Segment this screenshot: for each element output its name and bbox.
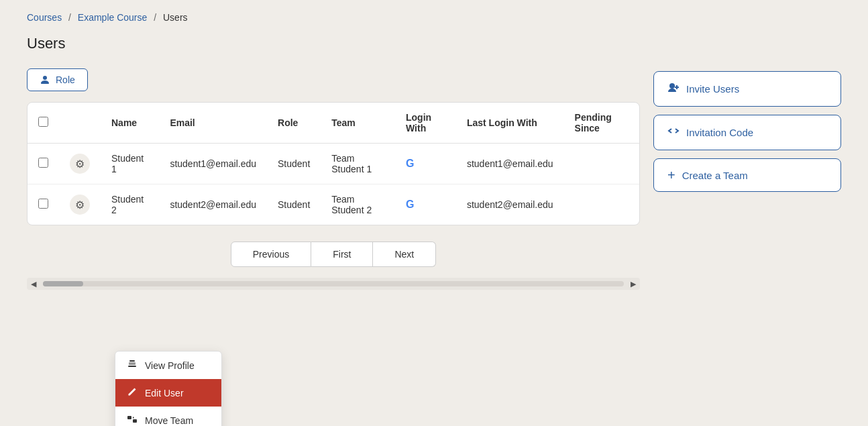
context-menu: View Profile Edit User [115, 351, 222, 426]
row1-checkbox[interactable] [38, 158, 48, 168]
row1-last-login: student1@email.edu [456, 144, 564, 184]
table-row: ⚙ Student 1 student1@email.edu Student T… [28, 144, 639, 184]
table-row: ⚙ Student 2 student2@email.edu Student T… [28, 184, 639, 225]
users-table: Name Email Role Team Login With Last Log… [28, 103, 639, 225]
next-button[interactable]: Next [373, 242, 436, 267]
pagination: Previous First Next [27, 242, 640, 267]
row2-team: Team Student 2 [321, 184, 395, 225]
row2-name: Student 2 [101, 184, 159, 225]
menu-item-move-team[interactable]: Move Team [115, 407, 221, 426]
svg-rect-4 [133, 419, 137, 423]
breadcrumb-sep2: / [154, 12, 156, 23]
move-team-icon [126, 414, 138, 426]
scrollbar-thumb[interactable] [43, 281, 83, 286]
left-panel: Role Name Email Role Team Login With [27, 68, 640, 290]
col-email: Email [159, 103, 267, 144]
row2-gear-button[interactable]: ⚙ [70, 195, 90, 215]
svg-rect-0 [128, 366, 136, 367]
col-role: Role [267, 103, 321, 144]
google-icon-row2: G [406, 199, 414, 210]
svg-point-5 [669, 83, 675, 89]
row1-team: Team Student 1 [321, 144, 395, 184]
row1-gear-cell: ⚙ [59, 144, 101, 184]
invite-users-label: Invite Users [686, 83, 739, 95]
menu-item-view-profile-label: View Profile [145, 360, 195, 371]
create-team-icon: + [667, 168, 675, 182]
row1-role: Student [267, 144, 321, 184]
role-filter-button[interactable]: Role [27, 68, 88, 91]
row2-email: student2@email.edu [159, 184, 267, 225]
row1-pending [564, 144, 639, 184]
col-name: Name [101, 103, 159, 144]
filter-bar: Role [27, 68, 640, 91]
role-filter-label: Role [56, 74, 75, 85]
col-last-login: Last Login With [456, 103, 564, 144]
breadcrumb-sep1: / [68, 12, 71, 23]
google-icon-row1: G [406, 158, 414, 169]
svg-rect-1 [129, 360, 135, 362]
view-profile-icon [126, 359, 138, 372]
row2-checkbox-cell [28, 184, 59, 225]
menu-item-edit-user-label: Edit User [145, 388, 184, 398]
horizontal-scrollbar[interactable]: ◀ ▶ [27, 278, 640, 290]
scroll-right-arrow[interactable]: ▶ [627, 280, 640, 288]
edit-user-icon [126, 386, 138, 399]
col-login-with: Login With [395, 103, 456, 144]
scrollbar-track [43, 281, 624, 286]
svg-rect-3 [127, 416, 131, 419]
col-pending: Pending Since [564, 103, 639, 144]
breadcrumb-example-course[interactable]: Example Course [78, 12, 148, 23]
menu-item-move-team-label: Move Team [145, 415, 193, 426]
col-actions [59, 103, 101, 144]
create-team-button[interactable]: + Create a Team [653, 158, 841, 192]
invitation-code-icon [667, 125, 680, 140]
invitation-code-button[interactable]: Invitation Code [653, 115, 841, 150]
breadcrumb-courses[interactable]: Courses [27, 12, 62, 23]
scroll-left-arrow[interactable]: ◀ [27, 280, 40, 288]
menu-item-edit-user[interactable]: Edit User [115, 379, 221, 407]
invite-users-icon [667, 81, 680, 97]
row2-login: G [395, 184, 456, 225]
col-checkbox [28, 103, 59, 144]
create-team-label: Create a Team [682, 170, 748, 181]
row1-login: G [395, 144, 456, 184]
row2-pending [564, 184, 639, 225]
svg-rect-2 [129, 362, 135, 365]
row2-role: Student [267, 184, 321, 225]
table-container: Name Email Role Team Login With Last Log… [27, 102, 640, 225]
invite-users-button[interactable]: Invite Users [653, 71, 841, 107]
row1-gear-button[interactable]: ⚙ [70, 154, 90, 174]
row2-last-login: student2@email.edu [456, 184, 564, 225]
right-panel: Invite Users Invitation Code + Create a … [653, 68, 841, 290]
breadcrumb: Courses / Example Course / Users [0, 0, 868, 30]
invitation-code-label: Invitation Code [686, 127, 753, 138]
row1-checkbox-cell [28, 144, 59, 184]
row1-name: Student 1 [101, 144, 159, 184]
row2-checkbox[interactable] [38, 199, 48, 209]
menu-item-view-profile[interactable]: View Profile [115, 352, 221, 379]
first-button[interactable]: First [311, 242, 373, 267]
breadcrumb-current: Users [163, 12, 188, 23]
select-all-checkbox[interactable] [38, 117, 48, 127]
previous-button[interactable]: Previous [231, 242, 311, 267]
person-icon [40, 74, 50, 85]
row2-gear-cell: ⚙ [59, 184, 101, 225]
row1-email: student1@email.edu [159, 144, 267, 184]
page-title: Users [0, 30, 868, 68]
col-team: Team [321, 103, 395, 144]
